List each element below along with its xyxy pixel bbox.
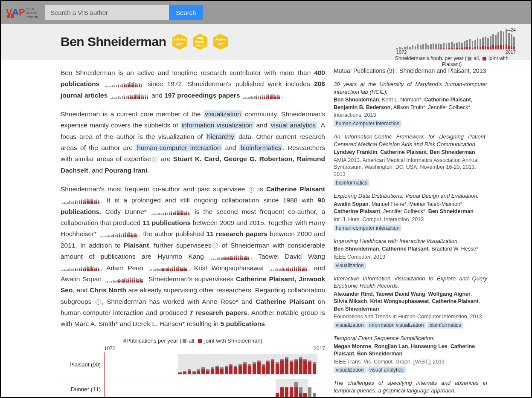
inline-spark-pubs[interactable] — [105, 81, 143, 87]
pub-title: Exploring Data Distributions: Visual Des… — [334, 192, 487, 200]
year-start: 1972 — [396, 49, 407, 55]
publication-item[interactable]: Improving Healthcare with Interactive Vi… — [334, 237, 487, 269]
para-3: Shneiderman's most frequent co-author an… — [61, 184, 325, 329]
pub-venue: IEEE Computer, 2013 — [334, 254, 487, 261]
inline-spark-wang[interactable] — [61, 265, 100, 271]
header-strip: Ben Shneiderman Articles100+ supSuper-vi… — [1, 24, 531, 60]
pub-authors: Megan Monroe, Rongjian Lan, Juan Morales… — [334, 395, 487, 398]
chart-row[interactable]: Dunne* (11) — [61, 377, 325, 398]
publication-item[interactable]: An Information-Centric Framework for Des… — [334, 133, 487, 186]
pub-tags: visualizationinformation visualizationbi… — [334, 322, 487, 329]
publication-item[interactable]: The challenges of specifying intervals a… — [334, 379, 487, 398]
pub-tags: human-computer interaction — [334, 225, 487, 231]
publication-item[interactable]: Exploring Data Distributions: Visual Des… — [334, 192, 487, 231]
svg-text:Profiles: Profiles — [26, 15, 38, 19]
search-input[interactable] — [45, 5, 169, 20]
chart-year-start: 1972 — [104, 346, 116, 352]
pub-venue: IEEE Trans. Vis. Comput. Graph. [VAST], … — [334, 358, 487, 366]
narrative-column: Ben Shneiderman is an active and longtim… — [61, 67, 325, 398]
publication-item[interactable]: 30 years at the University of Maryland's… — [334, 81, 487, 127]
publication-item[interactable]: Temporal Event Sequence Simplification.M… — [334, 335, 487, 373]
inline-spark-proceedings[interactable] — [243, 93, 281, 99]
pub-authors: Awalin Sopan, Manuel Freire*, Meirav Tai… — [334, 201, 487, 216]
tag-visualization[interactable]: visualization — [203, 110, 242, 118]
tag[interactable]: bioinformatics — [427, 322, 463, 329]
tag[interactable]: visualization — [334, 322, 366, 329]
pub-venue: Interactions, 2013 — [334, 112, 487, 119]
tag-infovis[interactable]: information visualization — [180, 121, 254, 129]
tag[interactable]: bioinformatics — [334, 179, 369, 186]
pub-tags: human-computer interaction — [334, 120, 487, 127]
svg-text:Articles: Articles — [173, 37, 186, 41]
header-sparkline[interactable]: —24 1972 2017 Shneiderman's #pub. per ye… — [388, 27, 516, 67]
spark-caption: Shneiderman's #pub. per year ( all, join… — [388, 55, 516, 67]
tag-hci[interactable]: human-computer interaction — [136, 144, 222, 151]
search-wrap: Search — [45, 5, 203, 20]
inline-spark-perer[interactable] — [149, 265, 187, 271]
badge-active-20: Active20+ — [212, 33, 230, 51]
info-icon[interactable]: i — [249, 187, 254, 193]
tag-bio[interactable]: bioinformatics — [239, 144, 283, 151]
info-icon[interactable]: i — [152, 157, 157, 162]
pub-authors: Alexander Rind, Taowei David Wang, Wolfg… — [334, 291, 487, 313]
pub-authors: Lyndsey Franklin, Catherine Plaisant, Be… — [334, 149, 487, 156]
tag-va[interactable]: visual analytics — [270, 121, 317, 129]
chart-title: #Publications per year ( all, joint with… — [61, 337, 325, 344]
pub-venue: Int. J. Hum. Comput. Interaction, 2013 — [334, 216, 487, 223]
pub-title: Temporal Event Sequence Simplification. — [334, 335, 487, 342]
chart-row-label: Plaisant (90) — [61, 361, 104, 368]
mutual-pubs-header: Mutual Publications (9) : Shneiderman an… — [334, 67, 487, 76]
publications-column: Mutual Publications (9) : Shneiderman an… — [334, 67, 487, 398]
pub-authors: Ben Shneiderman, Catherine Plaisant, Bra… — [334, 245, 487, 253]
app-frame: V A P V I S Author Profiles Search Ben S… — [0, 0, 532, 398]
search-button[interactable]: Search — [169, 5, 203, 20]
info-icon[interactable]: i — [212, 243, 218, 248]
inline-spark-hochheiser[interactable] — [100, 231, 138, 237]
pub-tags: visualizationvisual analytics — [334, 366, 487, 373]
content: Ben Shneiderman is an active and longtim… — [1, 60, 531, 398]
para-2: Shneiderman is a current core member of … — [61, 109, 325, 176]
inline-spark-wongsuphasawat[interactable] — [269, 265, 307, 271]
tag[interactable]: human-computer interaction — [334, 120, 401, 127]
pub-venue: Foundations and Trends in Human-Computer… — [334, 313, 487, 320]
year-end: 2017 — [506, 49, 516, 55]
pub-authors: Megan Monroe, Rongjian Lan, Hanseung Lee… — [334, 343, 487, 358]
pub-authors: Ben Shneiderman, Kent L. Norman*, Cather… — [334, 96, 487, 111]
pub-title: Interactive Information Visualization to… — [334, 275, 487, 290]
vap-logo[interactable]: V A P V I S Author Profiles — [6, 5, 42, 20]
tag[interactable]: visual analytics — [367, 366, 406, 373]
badges: Articles100+ supSuper-visor Active20+ — [171, 33, 230, 51]
svg-text:Active: Active — [215, 37, 226, 41]
svg-text:sup: sup — [197, 36, 203, 40]
inline-spark-plaisant[interactable] — [61, 198, 100, 204]
tag-hierarchy[interactable]: hierarchy — [206, 133, 235, 140]
tag[interactable]: visualization — [334, 262, 366, 269]
pub-tags: bioinformatics — [334, 179, 487, 186]
svg-text:V I S: V I S — [26, 7, 34, 11]
para-1: Ben Shneiderman is an active and longtim… — [61, 67, 325, 101]
pub-venue: AMIA 2013, American Medical Informatics … — [334, 157, 487, 179]
badge-articles-100: Articles100+ — [171, 33, 189, 51]
svg-text:Super-: Super- — [195, 40, 206, 43]
author-name: Ben Shneiderman — [61, 35, 166, 49]
tag[interactable]: information visualization — [367, 322, 426, 329]
pub-title: The challenges of specifying intervals a… — [334, 379, 487, 394]
svg-rect-3 — [7, 15, 10, 18]
inline-spark-kang[interactable] — [211, 254, 249, 260]
chart-year-end: 2017 — [314, 346, 325, 352]
svg-text:20+: 20+ — [218, 42, 224, 46]
svg-text:visor: visor — [196, 43, 204, 47]
badge-supervisor: supSuper-visor — [191, 33, 209, 51]
inline-spark-sopan[interactable] — [105, 277, 143, 283]
publication-item[interactable]: Interactive Information Visualization to… — [334, 275, 487, 329]
svg-rect-4 — [11, 14, 14, 18]
chart-row[interactable]: Plaisant (90) — [61, 352, 325, 377]
tag[interactable]: visualization — [334, 366, 366, 373]
svg-text:Author: Author — [26, 11, 37, 15]
inline-spark-journals[interactable] — [110, 93, 149, 99]
coauthor-chart: #Publications per year ( all, joint with… — [61, 337, 325, 398]
inline-spark-dunne[interactable] — [151, 209, 190, 215]
info-icon[interactable]: i — [96, 299, 101, 305]
svg-text:100+: 100+ — [176, 42, 183, 46]
tag[interactable]: human-computer interaction — [334, 225, 401, 231]
